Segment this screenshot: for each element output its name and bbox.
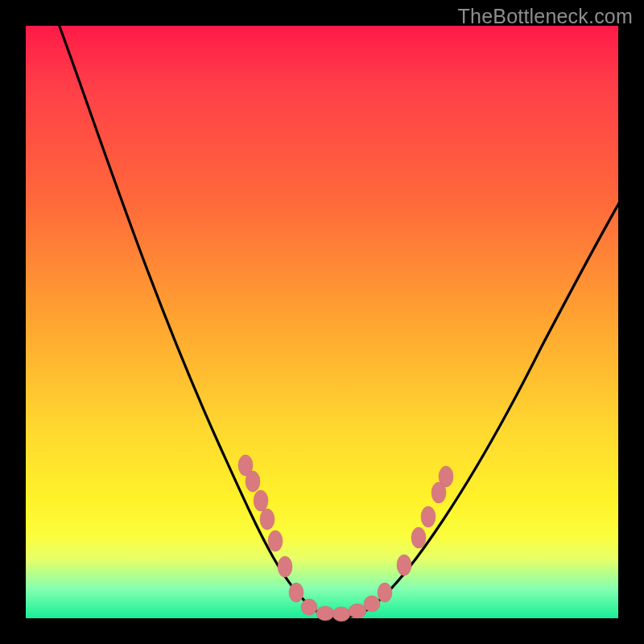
svg-point-6: [289, 583, 303, 602]
svg-point-10: [349, 604, 366, 618]
watermark-text: TheBottleneck.com: [458, 5, 633, 28]
plot-area: [26, 26, 618, 618]
svg-point-13: [397, 555, 411, 576]
bottleneck-curve: [56, 18, 621, 618]
svg-point-2: [254, 490, 268, 511]
svg-point-12: [378, 583, 392, 602]
svg-point-8: [316, 606, 334, 621]
svg-point-1: [246, 471, 260, 492]
outer-frame: TheBottleneck.com: [0, 0, 644, 644]
svg-point-9: [332, 607, 350, 621]
svg-point-5: [278, 556, 292, 577]
svg-point-14: [411, 527, 426, 548]
svg-point-4: [268, 530, 283, 551]
marker-group: [238, 455, 453, 621]
svg-point-11: [364, 596, 380, 612]
svg-point-17: [439, 466, 453, 487]
chart-svg: [26, 26, 618, 618]
svg-point-3: [260, 509, 275, 530]
svg-point-7: [301, 599, 317, 615]
svg-point-15: [421, 506, 436, 527]
